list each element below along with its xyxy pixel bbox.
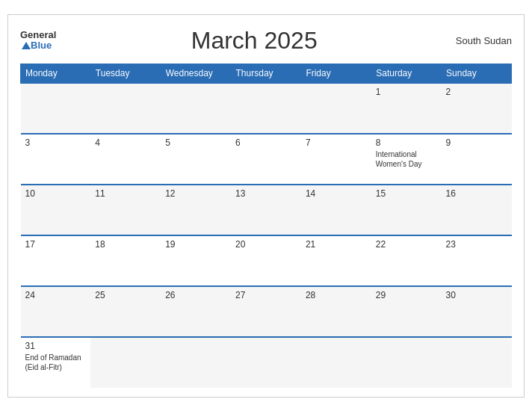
calendar-cell: [161, 337, 231, 388]
calendar-cell: 10: [21, 185, 91, 235]
calendar-cell: [231, 337, 301, 388]
calendar-cell: [301, 337, 371, 388]
day-number: 19: [165, 239, 226, 250]
calendar-cell: 4: [90, 134, 161, 185]
calendar-cell: [161, 83, 231, 134]
calendar-cell: 30: [442, 286, 512, 337]
calendar-cell: 13: [231, 185, 301, 235]
calendar-table: MondayTuesdayWednesdayThursdayFridaySatu…: [20, 64, 512, 388]
day-number: 23: [446, 239, 507, 250]
logo-blue-text: Blue: [31, 40, 52, 51]
day-number: 16: [446, 188, 507, 199]
day-number: 27: [235, 290, 297, 300]
day-number: 26: [165, 290, 226, 300]
day-number: 10: [25, 188, 87, 199]
day-number: 11: [95, 188, 156, 199]
day-number: 18: [95, 239, 156, 250]
calendar-cell: 2: [442, 83, 512, 134]
calendar-cell: [231, 83, 301, 134]
weekday-header-thursday: Thursday: [231, 64, 301, 83]
calendar-cell: [301, 83, 371, 134]
calendar-cell: 20: [231, 235, 301, 286]
day-number: 7: [306, 137, 367, 148]
calendar-cell: 23: [442, 235, 512, 286]
day-number: 5: [165, 137, 226, 148]
day-number: 4: [95, 137, 156, 148]
calendar-cell: [371, 337, 442, 388]
calendar-cell: 31End of Ramadan (Eid al-Fitr): [21, 337, 91, 388]
day-number: 31: [25, 341, 87, 351]
weekday-header-sunday: Sunday: [442, 64, 512, 83]
day-number: 25: [95, 290, 156, 300]
calendar-cell: 5: [161, 134, 231, 185]
calendar-cell: [90, 337, 161, 388]
day-number: 30: [446, 290, 507, 300]
calendar-cell: 9: [442, 134, 512, 185]
calendar-cell: 16: [442, 185, 512, 235]
calendar-cell: 6: [231, 134, 301, 185]
calendar-cell: 8International Women's Day: [371, 134, 442, 185]
day-number: 1: [376, 87, 437, 97]
day-number: 15: [376, 188, 437, 199]
calendar-cell: 1: [371, 83, 442, 134]
calendar-cell: 24: [21, 286, 91, 337]
day-event: International Women's Day: [376, 149, 437, 169]
day-number: 9: [446, 137, 507, 148]
calendar-title: March 2025: [56, 27, 452, 55]
day-number: 24: [25, 290, 87, 300]
day-number: 22: [376, 239, 437, 250]
calendar-cell: 19: [161, 235, 231, 286]
calendar-header: General Blue March 2025 South Sudan: [20, 27, 512, 55]
logo-general-text: General: [20, 30, 56, 40]
calendar-cell: [442, 337, 512, 388]
weekday-header-saturday: Saturday: [371, 64, 442, 83]
day-number: 8: [376, 137, 437, 148]
calendar-header-row: MondayTuesdayWednesdayThursdayFridaySatu…: [21, 64, 512, 83]
day-number: 2: [446, 87, 507, 97]
calendar-cell: 17: [21, 235, 91, 286]
calendar-cell: 18: [90, 235, 161, 286]
logo-triangle-icon: [22, 42, 31, 49]
calendar-cell: 14: [301, 185, 371, 235]
calendar-cell: [21, 83, 91, 134]
calendar-cell: 3: [21, 134, 91, 185]
day-event: End of Ramadan (Eid al-Fitr): [25, 353, 87, 372]
calendar-cell: 27: [231, 286, 301, 337]
day-number: 20: [235, 239, 297, 250]
calendar-cell: 15: [371, 185, 442, 235]
weekday-header-tuesday: Tuesday: [90, 64, 161, 83]
weekday-header-monday: Monday: [21, 64, 91, 83]
weekday-header-wednesday: Wednesday: [161, 64, 231, 83]
day-number: 6: [235, 137, 297, 148]
calendar-cell: 11: [90, 185, 161, 235]
day-number: 14: [306, 188, 367, 199]
calendar-container: General Blue March 2025 South Sudan Mond…: [7, 14, 525, 398]
calendar-cell: 12: [161, 185, 231, 235]
day-number: 29: [376, 290, 437, 300]
day-number: 21: [306, 239, 367, 250]
calendar-cell: [90, 83, 161, 134]
weekday-header-friday: Friday: [301, 64, 371, 83]
day-number: 28: [306, 290, 367, 300]
calendar-cell: 26: [161, 286, 231, 337]
day-number: 3: [25, 137, 87, 148]
logo: General Blue: [20, 30, 56, 52]
day-number: 13: [235, 188, 297, 199]
calendar-cell: 21: [301, 235, 371, 286]
calendar-cell: 25: [90, 286, 161, 337]
country-label: South Sudan: [452, 35, 512, 46]
day-number: 17: [25, 239, 87, 250]
calendar-cell: 7: [301, 134, 371, 185]
calendar-cell: 29: [371, 286, 442, 337]
day-number: 12: [165, 188, 226, 199]
calendar-cell: 28: [301, 286, 371, 337]
calendar-cell: 22: [371, 235, 442, 286]
